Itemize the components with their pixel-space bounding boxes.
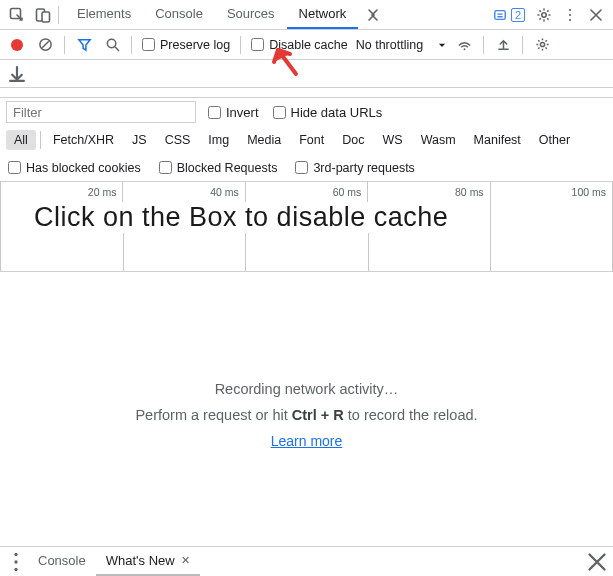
panel-tabs: Elements Console Sources Network <box>65 0 384 29</box>
disable-cache-label: Disable cache <box>269 38 348 52</box>
separator <box>131 36 132 54</box>
type-manifest[interactable]: Manifest <box>466 130 529 150</box>
type-font[interactable]: Font <box>291 130 332 150</box>
preserve-log-label: Preserve log <box>160 38 230 52</box>
type-fetch-xhr[interactable]: Fetch/XHR <box>45 130 122 150</box>
network-conditions-icon[interactable] <box>453 34 475 56</box>
invert-checkbox[interactable]: Invert <box>208 105 259 120</box>
svg-point-7 <box>569 18 571 20</box>
network-settings-gear-icon[interactable] <box>531 34 553 56</box>
issues-badge[interactable]: 2 <box>493 8 525 22</box>
close-devtools-icon[interactable] <box>583 0 609 30</box>
record-button[interactable] <box>6 34 28 56</box>
export-har-icon[interactable] <box>6 63 28 85</box>
svg-point-4 <box>542 12 546 16</box>
blocked-requests-checkbox[interactable]: Blocked Requests <box>159 161 278 175</box>
svg-rect-2 <box>42 12 50 22</box>
learn-more-link[interactable]: Learn more <box>271 433 343 449</box>
extra-filters: Has blocked cookies Blocked Requests 3rd… <box>0 154 613 182</box>
type-js[interactable]: JS <box>124 130 155 150</box>
tab-elements[interactable]: Elements <box>65 0 143 29</box>
recording-hint: Perform a request or hit Ctrl + R to rec… <box>135 407 477 423</box>
timeline-tick: 100 ms <box>491 182 613 204</box>
svg-point-14 <box>14 567 17 570</box>
clear-icon[interactable] <box>34 34 56 56</box>
filter-input[interactable] <box>6 101 196 123</box>
disable-cache-checkbox[interactable]: Disable cache <box>251 38 348 52</box>
hint-after: to record the reload. <box>344 407 478 423</box>
drawer-tab-label: What's New <box>106 553 175 568</box>
settings-gear-icon[interactable] <box>531 0 557 30</box>
drawer-tab-console[interactable]: Console <box>28 547 96 576</box>
drawer-tab-whats-new[interactable]: What's New✕ <box>96 547 200 576</box>
svg-point-9 <box>107 39 115 47</box>
type-all[interactable]: All <box>6 130 36 150</box>
issues-count: 2 <box>511 8 525 22</box>
timeline-tick: 60 ms <box>246 182 368 204</box>
blocked-cookies-label: Has blocked cookies <box>26 161 141 175</box>
network-empty-state: Recording network activity… Perform a re… <box>0 272 613 558</box>
import-har-icon[interactable] <box>492 34 514 56</box>
tab-console[interactable]: Console <box>143 0 215 29</box>
svg-point-5 <box>569 8 571 10</box>
svg-point-12 <box>14 552 17 555</box>
toolbar-gap <box>0 88 613 98</box>
svg-point-11 <box>540 42 544 46</box>
svg-point-10 <box>463 48 465 50</box>
recording-title: Recording network activity… <box>215 381 399 397</box>
toggle-device-icon[interactable] <box>30 0 56 30</box>
kebab-menu-icon[interactable] <box>557 0 583 30</box>
svg-point-6 <box>569 13 571 15</box>
timeline-tick: 80 ms <box>368 182 490 204</box>
hide-data-urls-label: Hide data URLs <box>291 105 383 120</box>
separator <box>522 36 523 54</box>
type-img[interactable]: Img <box>200 130 237 150</box>
blocked-requests-label: Blocked Requests <box>177 161 278 175</box>
throttling-select[interactable]: No throttling <box>356 38 447 52</box>
preserve-log-checkbox[interactable]: Preserve log <box>142 38 230 52</box>
type-css[interactable]: CSS <box>157 130 199 150</box>
hint-before: Perform a request or hit <box>135 407 291 423</box>
svg-point-13 <box>14 560 17 563</box>
resource-type-filters: All Fetch/XHR JS CSS Img Media Font Doc … <box>0 126 613 154</box>
hide-data-urls-checkbox[interactable]: Hide data URLs <box>273 105 383 120</box>
separator <box>40 131 41 149</box>
filter-bar: Invert Hide data URLs <box>0 98 613 126</box>
more-tabs-icon[interactable] <box>358 0 384 30</box>
svg-rect-3 <box>495 10 506 19</box>
annotation-text: Click on the Box to disable cache <box>34 202 448 233</box>
type-other[interactable]: Other <box>531 130 578 150</box>
separator <box>483 36 484 54</box>
type-media[interactable]: Media <box>239 130 289 150</box>
separator <box>58 6 59 24</box>
inspect-element-icon[interactable] <box>4 0 30 30</box>
drawer-tab-label: Console <box>38 553 86 568</box>
network-toolbar: Preserve log Disable cache No throttling <box>0 30 613 60</box>
drawer-menu-icon[interactable] <box>4 547 28 577</box>
type-ws[interactable]: WS <box>374 130 410 150</box>
type-doc[interactable]: Doc <box>334 130 372 150</box>
third-party-checkbox[interactable]: 3rd-party requests <box>295 161 414 175</box>
drawer: Console What's New✕ <box>0 546 613 576</box>
tab-sources[interactable]: Sources <box>215 0 287 29</box>
devtools-tab-bar: Elements Console Sources Network 2 <box>0 0 613 30</box>
blocked-cookies-checkbox[interactable]: Has blocked cookies <box>8 161 141 175</box>
timeline-tick: 40 ms <box>123 182 245 204</box>
filter-toggle-icon[interactable] <box>73 34 95 56</box>
invert-label: Invert <box>226 105 259 120</box>
network-toolbar-2 <box>0 60 613 88</box>
close-icon[interactable]: ✕ <box>181 554 190 567</box>
hint-key: Ctrl + R <box>292 407 344 423</box>
separator <box>64 36 65 54</box>
drawer-close-icon[interactable] <box>585 547 609 577</box>
throttling-label: No throttling <box>356 38 423 52</box>
third-party-label: 3rd-party requests <box>313 161 414 175</box>
tab-network[interactable]: Network <box>287 0 359 29</box>
type-wasm[interactable]: Wasm <box>413 130 464 150</box>
search-icon[interactable] <box>101 34 123 56</box>
timeline-tick: 20 ms <box>0 182 123 204</box>
separator <box>240 36 241 54</box>
